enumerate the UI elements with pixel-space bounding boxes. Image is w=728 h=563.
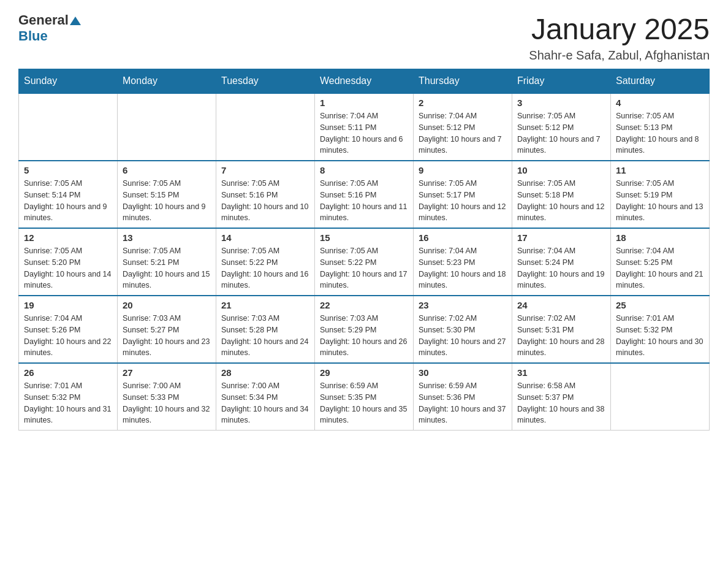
calendar-cell: 1Sunrise: 7:04 AM Sunset: 5:11 PM Daylig… <box>315 93 414 161</box>
calendar-cell: 31Sunrise: 6:58 AM Sunset: 5:37 PM Dayli… <box>512 363 611 431</box>
day-number: 11 <box>616 165 704 175</box>
day-number: 20 <box>123 300 211 310</box>
calendar-cell: 8Sunrise: 7:05 AM Sunset: 5:16 PM Daylig… <box>315 161 414 228</box>
page-header: General Blue January 2025 Shahr-e Safa, … <box>18 12 710 63</box>
calendar-cell <box>611 363 710 431</box>
day-number: 27 <box>123 367 211 378</box>
calendar-cell: 23Sunrise: 7:02 AM Sunset: 5:30 PM Dayli… <box>414 296 512 363</box>
week-row-4: 19Sunrise: 7:04 AM Sunset: 5:26 PM Dayli… <box>19 296 710 363</box>
calendar-cell: 22Sunrise: 7:03 AM Sunset: 5:29 PM Dayli… <box>315 296 414 363</box>
calendar-cell: 26Sunrise: 7:01 AM Sunset: 5:32 PM Dayli… <box>19 363 118 431</box>
day-info: Sunrise: 7:04 AM Sunset: 5:23 PM Dayligh… <box>419 245 507 291</box>
day-info: Sunrise: 7:00 AM Sunset: 5:34 PM Dayligh… <box>221 380 309 426</box>
calendar-cell: 14Sunrise: 7:05 AM Sunset: 5:22 PM Dayli… <box>216 228 315 296</box>
day-number: 18 <box>616 232 704 243</box>
day-number: 9 <box>419 165 507 175</box>
day-info: Sunrise: 7:05 AM Sunset: 5:13 PM Dayligh… <box>616 110 704 156</box>
calendar-cell: 3Sunrise: 7:05 AM Sunset: 5:12 PM Daylig… <box>512 93 611 161</box>
calendar-cell: 25Sunrise: 7:01 AM Sunset: 5:32 PM Dayli… <box>611 296 710 363</box>
calendar-cell <box>19 93 118 161</box>
calendar-cell: 21Sunrise: 7:03 AM Sunset: 5:28 PM Dayli… <box>216 296 315 363</box>
calendar-cell: 7Sunrise: 7:05 AM Sunset: 5:16 PM Daylig… <box>216 161 315 228</box>
logo-text-blue: Blue <box>18 28 81 44</box>
day-number: 2 <box>419 98 507 108</box>
calendar-cell: 19Sunrise: 7:04 AM Sunset: 5:26 PM Dayli… <box>19 296 118 363</box>
day-number: 12 <box>24 232 112 243</box>
week-row-3: 12Sunrise: 7:05 AM Sunset: 5:20 PM Dayli… <box>19 228 710 296</box>
day-info: Sunrise: 7:05 AM Sunset: 5:12 PM Dayligh… <box>517 110 605 156</box>
day-number: 17 <box>517 232 605 243</box>
day-number: 7 <box>221 165 309 175</box>
calendar-cell: 10Sunrise: 7:05 AM Sunset: 5:18 PM Dayli… <box>512 161 611 228</box>
day-info: Sunrise: 7:03 AM Sunset: 5:27 PM Dayligh… <box>123 313 211 359</box>
title-section: January 2025 Shahr-e Safa, Zabul, Afghan… <box>529 12 710 63</box>
calendar-cell: 16Sunrise: 7:04 AM Sunset: 5:23 PM Dayli… <box>414 228 512 296</box>
header-friday: Friday <box>512 69 611 94</box>
day-info: Sunrise: 7:05 AM Sunset: 5:22 PM Dayligh… <box>221 245 309 291</box>
day-number: 16 <box>419 232 507 243</box>
day-info: Sunrise: 7:01 AM Sunset: 5:32 PM Dayligh… <box>616 313 704 359</box>
week-row-2: 5Sunrise: 7:05 AM Sunset: 5:14 PM Daylig… <box>19 161 710 228</box>
day-info: Sunrise: 7:03 AM Sunset: 5:28 PM Dayligh… <box>221 313 309 359</box>
day-number: 4 <box>616 98 704 108</box>
day-info: Sunrise: 7:05 AM Sunset: 5:16 PM Dayligh… <box>221 178 309 224</box>
calendar-cell: 28Sunrise: 7:00 AM Sunset: 5:34 PM Dayli… <box>216 363 315 431</box>
week-row-1: 1Sunrise: 7:04 AM Sunset: 5:11 PM Daylig… <box>19 93 710 161</box>
day-info: Sunrise: 7:02 AM Sunset: 5:31 PM Dayligh… <box>517 313 605 359</box>
day-number: 28 <box>221 367 309 378</box>
day-number: 8 <box>320 165 408 175</box>
day-number: 19 <box>24 300 112 310</box>
week-row-5: 26Sunrise: 7:01 AM Sunset: 5:32 PM Dayli… <box>19 363 710 431</box>
calendar-cell <box>216 93 315 161</box>
day-info: Sunrise: 6:59 AM Sunset: 5:36 PM Dayligh… <box>419 380 507 426</box>
day-number: 23 <box>419 300 507 310</box>
calendar-cell: 17Sunrise: 7:04 AM Sunset: 5:24 PM Dayli… <box>512 228 611 296</box>
day-number: 14 <box>221 232 309 243</box>
day-number: 22 <box>320 300 408 310</box>
day-number: 5 <box>24 165 112 175</box>
calendar-cell: 6Sunrise: 7:05 AM Sunset: 5:15 PM Daylig… <box>118 161 216 228</box>
calendar-cell: 11Sunrise: 7:05 AM Sunset: 5:19 PM Dayli… <box>611 161 710 228</box>
day-number: 21 <box>221 300 309 310</box>
day-info: Sunrise: 7:05 AM Sunset: 5:19 PM Dayligh… <box>616 178 704 224</box>
day-info: Sunrise: 7:05 AM Sunset: 5:21 PM Dayligh… <box>123 245 211 291</box>
header-wednesday: Wednesday <box>315 69 414 94</box>
logo: General Blue <box>18 12 81 44</box>
day-info: Sunrise: 7:04 AM Sunset: 5:25 PM Dayligh… <box>616 245 704 291</box>
header-tuesday: Tuesday <box>216 69 315 94</box>
day-info: Sunrise: 7:05 AM Sunset: 5:22 PM Dayligh… <box>320 245 408 291</box>
day-info: Sunrise: 7:05 AM Sunset: 5:14 PM Dayligh… <box>24 178 112 224</box>
day-number: 26 <box>24 367 112 378</box>
day-number: 10 <box>517 165 605 175</box>
header-monday: Monday <box>118 69 216 94</box>
calendar-cell: 13Sunrise: 7:05 AM Sunset: 5:21 PM Dayli… <box>118 228 216 296</box>
calendar-cell: 29Sunrise: 6:59 AM Sunset: 5:35 PM Dayli… <box>315 363 414 431</box>
calendar-subtitle: Shahr-e Safa, Zabul, Afghanistan <box>529 48 710 63</box>
calendar-table: SundayMondayTuesdayWednesdayThursdayFrid… <box>18 69 710 431</box>
day-number: 31 <box>517 367 605 378</box>
calendar-cell: 9Sunrise: 7:05 AM Sunset: 5:17 PM Daylig… <box>414 161 512 228</box>
calendar-cell: 18Sunrise: 7:04 AM Sunset: 5:25 PM Dayli… <box>611 228 710 296</box>
day-number: 3 <box>517 98 605 108</box>
day-info: Sunrise: 6:59 AM Sunset: 5:35 PM Dayligh… <box>320 380 408 426</box>
calendar-cell: 27Sunrise: 7:00 AM Sunset: 5:33 PM Dayli… <box>118 363 216 431</box>
day-number: 24 <box>517 300 605 310</box>
calendar-cell: 2Sunrise: 7:04 AM Sunset: 5:12 PM Daylig… <box>414 93 512 161</box>
day-info: Sunrise: 7:01 AM Sunset: 5:32 PM Dayligh… <box>24 380 112 426</box>
logo-arrow-icon <box>70 15 81 26</box>
calendar-title: January 2025 <box>529 12 710 46</box>
day-info: Sunrise: 6:58 AM Sunset: 5:37 PM Dayligh… <box>517 380 605 426</box>
calendar-cell: 12Sunrise: 7:05 AM Sunset: 5:20 PM Dayli… <box>19 228 118 296</box>
day-info: Sunrise: 7:02 AM Sunset: 5:30 PM Dayligh… <box>419 313 507 359</box>
calendar-header: SundayMondayTuesdayWednesdayThursdayFrid… <box>19 69 710 94</box>
day-info: Sunrise: 7:00 AM Sunset: 5:33 PM Dayligh… <box>123 380 211 426</box>
day-number: 15 <box>320 232 408 243</box>
calendar-cell: 4Sunrise: 7:05 AM Sunset: 5:13 PM Daylig… <box>611 93 710 161</box>
calendar-cell: 15Sunrise: 7:05 AM Sunset: 5:22 PM Dayli… <box>315 228 414 296</box>
calendar-cell <box>118 93 216 161</box>
day-number: 25 <box>616 300 704 310</box>
calendar-cell: 24Sunrise: 7:02 AM Sunset: 5:31 PM Dayli… <box>512 296 611 363</box>
day-info: Sunrise: 7:05 AM Sunset: 5:17 PM Dayligh… <box>419 178 507 224</box>
calendar-cell: 5Sunrise: 7:05 AM Sunset: 5:14 PM Daylig… <box>19 161 118 228</box>
logo-text-general: General <box>18 12 69 28</box>
